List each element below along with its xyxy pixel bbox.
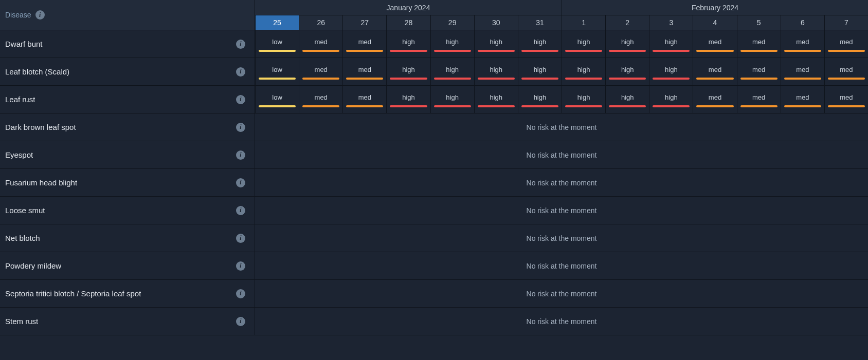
column-header-disease: Diseasei (0, 0, 255, 30)
risk-cell[interactable]: high (605, 58, 649, 86)
day-header[interactable]: 7 (824, 15, 868, 30)
info-icon[interactable]: i (35, 10, 45, 20)
risk-cell[interactable]: high (386, 58, 430, 86)
risk-cell[interactable]: med (693, 58, 736, 86)
risk-level-bar (434, 105, 471, 107)
risk-level-label: high (577, 38, 590, 46)
risk-cell[interactable]: med (781, 86, 824, 113)
day-header[interactable]: 5 (737, 15, 781, 30)
day-header[interactable]: 27 (342, 15, 386, 30)
risk-cell[interactable]: med (824, 30, 868, 58)
info-icon[interactable]: i (236, 67, 245, 77)
info-icon[interactable]: i (236, 40, 245, 49)
disease-name-text: Septoria tritici blotch / Septoria leaf … (5, 289, 141, 298)
day-header[interactable]: 3 (649, 15, 693, 30)
risk-cell[interactable]: high (474, 30, 518, 58)
risk-level-label: high (621, 93, 634, 101)
risk-cell[interactable]: high (430, 58, 474, 86)
disease-row-label: Fusarium head blighti (0, 169, 255, 197)
risk-level-bar (478, 78, 515, 80)
risk-cell[interactable]: med (781, 58, 824, 86)
info-icon[interactable]: i (236, 150, 245, 160)
risk-cell[interactable]: med (342, 86, 386, 113)
risk-level-label: high (446, 38, 459, 46)
risk-cell[interactable]: high (605, 86, 649, 113)
risk-cell[interactable]: high (518, 58, 562, 86)
info-icon[interactable]: i (236, 123, 245, 132)
day-header[interactable]: 30 (474, 15, 518, 30)
risk-cell[interactable]: low (255, 86, 299, 113)
info-icon[interactable]: i (236, 317, 245, 326)
info-icon[interactable]: i (236, 178, 245, 187)
day-header[interactable]: 26 (299, 15, 342, 30)
risk-level-bar (346, 105, 383, 107)
risk-level-label: med (315, 38, 328, 46)
risk-cell[interactable]: high (430, 86, 474, 113)
risk-cell[interactable]: med (299, 86, 342, 113)
risk-cell[interactable]: high (474, 58, 518, 86)
risk-level-bar (740, 50, 777, 52)
risk-level-label: high (621, 66, 634, 73)
day-header[interactable]: 1 (562, 15, 605, 30)
risk-level-bar (521, 50, 558, 52)
day-header[interactable]: 6 (781, 15, 824, 30)
no-risk-message: No risk at the moment (255, 113, 868, 141)
risk-cell[interactable]: med (342, 58, 386, 86)
risk-level-label: high (621, 38, 634, 46)
day-header[interactable]: 31 (518, 15, 562, 30)
info-icon[interactable]: i (236, 95, 245, 104)
risk-cell[interactable]: low (255, 30, 299, 58)
risk-cell[interactable]: med (737, 58, 781, 86)
disease-name-text: Dark brown leaf spot (5, 123, 76, 131)
risk-cell[interactable]: high (430, 30, 474, 58)
risk-cell[interactable]: high (386, 30, 430, 58)
risk-cell[interactable]: med (737, 30, 781, 58)
risk-level-bar (653, 105, 690, 107)
risk-level-label: high (665, 93, 678, 101)
risk-level-bar (434, 50, 471, 52)
risk-level-bar (521, 78, 558, 80)
column-header-disease-label: Disease (5, 11, 31, 19)
risk-level-bar (609, 105, 646, 107)
disease-row-label: Septoria tritici blotch / Septoria leaf … (0, 280, 255, 308)
day-header[interactable]: 4 (693, 15, 736, 30)
disease-risk-grid: DiseaseiJanuary 2024February 20242526272… (0, 0, 868, 335)
risk-cell[interactable]: high (605, 30, 649, 58)
risk-cell[interactable]: med (737, 86, 781, 113)
risk-cell[interactable]: med (824, 58, 868, 86)
day-header[interactable]: 2 (605, 15, 649, 30)
risk-cell[interactable]: low (255, 58, 299, 86)
risk-cell[interactable]: high (649, 58, 693, 86)
risk-cell[interactable]: high (562, 30, 605, 58)
risk-cell[interactable]: high (518, 86, 562, 113)
disease-name-text: Leaf blotch (Scald) (5, 67, 69, 76)
risk-cell[interactable]: med (824, 86, 868, 113)
info-icon[interactable]: i (236, 289, 245, 298)
disease-row-label: Stem rusti (0, 308, 255, 335)
day-header[interactable]: 29 (430, 15, 474, 30)
risk-level-bar (521, 105, 558, 107)
risk-level-bar (609, 50, 646, 52)
risk-cell[interactable]: med (693, 30, 736, 58)
risk-cell[interactable]: high (518, 30, 562, 58)
risk-cell[interactable]: high (562, 86, 605, 113)
risk-cell[interactable]: med (299, 30, 342, 58)
info-icon[interactable]: i (236, 234, 245, 243)
risk-cell[interactable]: high (562, 58, 605, 86)
risk-cell[interactable]: high (649, 86, 693, 113)
risk-cell[interactable]: high (386, 86, 430, 113)
info-icon[interactable]: i (236, 261, 245, 271)
info-icon[interactable]: i (236, 206, 245, 215)
risk-level-bar (696, 50, 733, 52)
risk-cell[interactable]: med (693, 86, 736, 113)
risk-cell[interactable]: med (781, 30, 824, 58)
risk-cell[interactable]: med (299, 58, 342, 86)
day-header[interactable]: 25 (255, 15, 299, 30)
risk-level-label: high (534, 66, 547, 73)
risk-cell[interactable]: high (474, 86, 518, 113)
no-risk-message: No risk at the moment (255, 197, 868, 224)
day-header[interactable]: 28 (386, 15, 430, 30)
risk-cell[interactable]: high (649, 30, 693, 58)
risk-cell[interactable]: med (342, 30, 386, 58)
risk-level-label: med (796, 38, 809, 46)
